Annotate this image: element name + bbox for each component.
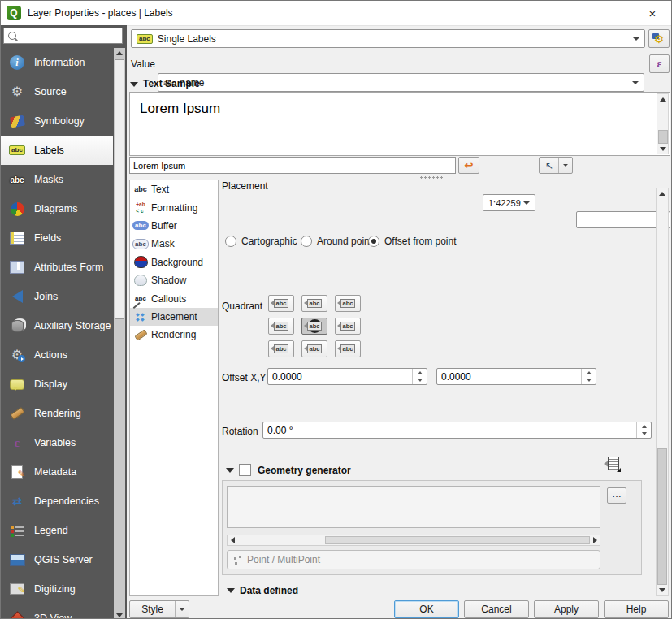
tab-background[interactable]: Background — [130, 253, 218, 271]
sidebar-scrollbar[interactable] — [114, 48, 125, 619]
scroll-up-arrow[interactable] — [657, 94, 668, 104]
sidebar-search[interactable] — [3, 28, 123, 44]
scale-combo[interactable]: 1:42259 — [483, 194, 535, 211]
tab-shadow[interactable]: Shadow — [130, 271, 218, 289]
scroll-up-arrow[interactable] — [657, 188, 668, 199]
automated-placement-settings-button[interactable]: ⚙ — [648, 29, 670, 48]
offset-x-spinbox[interactable] — [267, 368, 427, 385]
tab-mask[interactable]: abcMask — [130, 235, 218, 253]
map-settings-button[interactable]: ↖ — [539, 157, 573, 174]
tab-text[interactable]: abcText — [130, 180, 218, 198]
data-defined-header[interactable]: Data defined — [227, 585, 298, 596]
quadrant-above-button[interactable]: abc — [301, 295, 327, 312]
sidebar-item-variables[interactable]: εVariables — [1, 428, 113, 457]
offset-data-defined-override-icon[interactable] — [604, 456, 622, 472]
rotation-spinbox[interactable] — [262, 422, 652, 439]
panel-scrollbar-thumb[interactable] — [657, 448, 667, 585]
cancel-button[interactable]: Cancel — [464, 600, 529, 618]
sample-scrollbar-thumb[interactable] — [658, 130, 668, 144]
sample-text-input[interactable] — [130, 161, 455, 171]
geometry-expression-area[interactable] — [227, 486, 600, 528]
sidebar-item-dependencies[interactable]: ⇄Dependencies — [1, 487, 113, 516]
sidebar-item-legend[interactable]: Legend — [1, 516, 113, 545]
expression-browse-button[interactable]: … — [607, 487, 626, 504]
sample-text-field[interactable] — [129, 157, 456, 174]
ok-button[interactable]: OK — [394, 600, 459, 618]
sidebar-item-diagrams[interactable]: Diagrams — [1, 194, 113, 223]
sidebar-scroll-up-arrow[interactable] — [114, 48, 125, 58]
sidebar-item-3d-view[interactable]: 3D View — [1, 604, 113, 619]
geometry-generator-header[interactable]: Geometry generator — [226, 464, 351, 476]
scroll-down-arrow[interactable] — [657, 585, 668, 595]
offset-y-input[interactable] — [437, 369, 581, 384]
horizontal-splitter-handle[interactable] — [419, 176, 444, 179]
spin-down-arrow[interactable] — [637, 431, 651, 439]
tab-rendering[interactable]: Rendering — [130, 326, 218, 344]
radio-offset-from-point[interactable]: Offset from point — [368, 236, 456, 247]
sidebar-item-symbology[interactable]: Symbology — [1, 106, 113, 136]
panel-scrollbar[interactable] — [656, 188, 669, 596]
label-mode-combo[interactable]: abc Single Labels — [131, 29, 645, 48]
tab-callouts[interactable]: abcCallouts — [130, 289, 218, 307]
quadrant-above-left-button[interactable]: abc — [268, 295, 294, 312]
spin-up-arrow[interactable] — [637, 422, 651, 431]
radio-around-point[interactable]: Around point — [301, 236, 372, 247]
quadrant-below-button[interactable]: abc — [301, 340, 327, 357]
spin-down-arrow[interactable] — [582, 377, 596, 385]
geometry-type-value: Point / MultiPoint — [247, 554, 320, 565]
sidebar-item-display[interactable]: Display — [1, 370, 113, 399]
expression-h-scrollbar[interactable] — [227, 535, 600, 546]
sample-scrollbar[interactable] — [657, 93, 669, 154]
sidebar-scrollbar-thumb[interactable] — [115, 59, 124, 319]
style-dropdown[interactable] — [175, 601, 189, 617]
abc-tag-icon: abc — [274, 322, 289, 331]
rotation-input[interactable] — [263, 422, 636, 438]
offset-x-input[interactable] — [268, 369, 412, 384]
quadrant-above-right-button[interactable]: abc — [335, 295, 361, 312]
reset-sample-button[interactable]: ↩ — [458, 157, 479, 174]
sidebar-item-digitizing[interactable]: ✎Digitizing — [1, 574, 113, 604]
sidebar-item-attributes-form[interactable]: Attributes Form — [1, 253, 113, 282]
offset-y-spinbox[interactable] — [436, 368, 596, 385]
sidebar-item-rendering[interactable]: Rendering — [1, 399, 113, 428]
scroll-right-arrow[interactable] — [590, 535, 600, 545]
sidebar-item-joins[interactable]: Joins — [1, 282, 113, 311]
style-button[interactable]: Style — [129, 600, 189, 618]
close-icon[interactable]: × — [634, 1, 671, 25]
sidebar-item-masks[interactable]: abcMasks — [1, 165, 113, 194]
tab-placement[interactable]: ◆◆◆◆Placement — [130, 308, 218, 326]
sidebar-item-auxiliary-storage[interactable]: Auxiliary Storage — [1, 311, 113, 340]
spin-down-arrow[interactable] — [413, 377, 427, 385]
quadrant-over-button[interactable]: abc — [301, 318, 327, 335]
sidebar-item-information[interactable]: iInformation — [1, 48, 113, 77]
expression-builder-button[interactable]: ε — [649, 54, 670, 73]
search-input[interactable] — [20, 29, 122, 42]
h-scrollbar-thumb[interactable] — [325, 536, 590, 544]
quadrant-left-button[interactable]: abc — [268, 318, 294, 335]
tab-buffer[interactable]: abcBuffer — [130, 217, 218, 235]
sidebar-item-metadata[interactable]: ✎Metadata — [1, 457, 113, 487]
sidebar-item-actions[interactable]: ⚙Actions — [1, 340, 113, 370]
sidebar-item-fields[interactable]: Fields — [1, 223, 113, 253]
map-settings-dropdown[interactable] — [558, 158, 572, 173]
sidebar-item-qgis-server[interactable]: QGIS Server — [1, 545, 113, 574]
sidebar-item-source[interactable]: ⚙Source — [1, 77, 113, 106]
text-sample-header[interactable]: Text Sample — [130, 78, 200, 89]
sidebar-scroll-down-arrow[interactable] — [114, 610, 125, 619]
geometry-type-combo[interactable]: Point / MultiPoint — [227, 550, 600, 569]
scroll-left-arrow[interactable] — [228, 535, 237, 545]
spin-up-arrow[interactable] — [413, 369, 427, 377]
diagrams-icon — [7, 200, 27, 218]
tab-formatting[interactable]: +ab< cFormatting — [130, 198, 218, 216]
quadrant-below-left-button[interactable]: abc — [268, 340, 294, 357]
quadrant-right-button[interactable]: abc — [335, 318, 361, 335]
geometry-generator-checkbox[interactable] — [239, 464, 251, 476]
apply-button[interactable]: Apply — [534, 600, 599, 618]
spin-up-arrow[interactable] — [582, 369, 596, 377]
value-combo[interactable]: abc name — [158, 73, 644, 92]
sidebar-item-labels[interactable]: abcLabels — [1, 136, 113, 165]
help-button[interactable]: Help — [604, 600, 669, 618]
radio-cartographic[interactable]: Cartographic — [225, 236, 297, 247]
scroll-down-arrow[interactable] — [657, 144, 668, 154]
quadrant-below-right-button[interactable]: abc — [335, 340, 361, 357]
